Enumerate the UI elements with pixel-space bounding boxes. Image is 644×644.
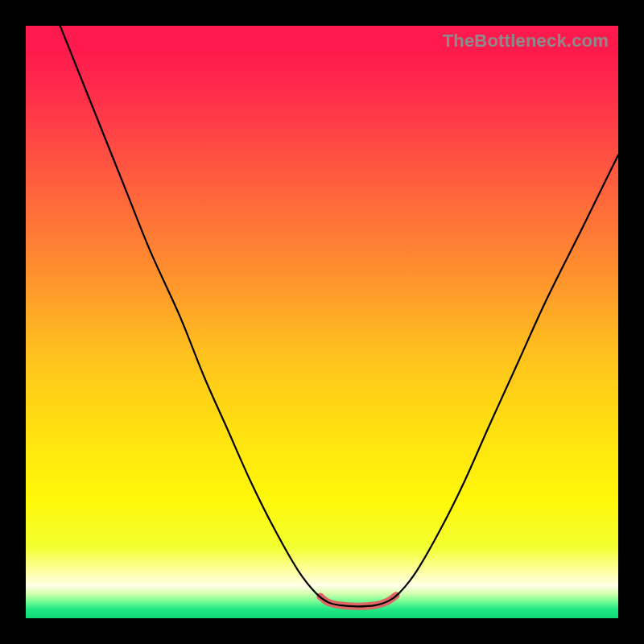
chart-frame: TheBottleneck.com [0,0,644,644]
optimal-range-highlight [320,596,396,607]
watermark-text: TheBottleneck.com [443,31,609,52]
plot-area: TheBottleneck.com [26,26,618,618]
curve-line [60,26,618,606]
bottleneck-curve [26,26,618,618]
